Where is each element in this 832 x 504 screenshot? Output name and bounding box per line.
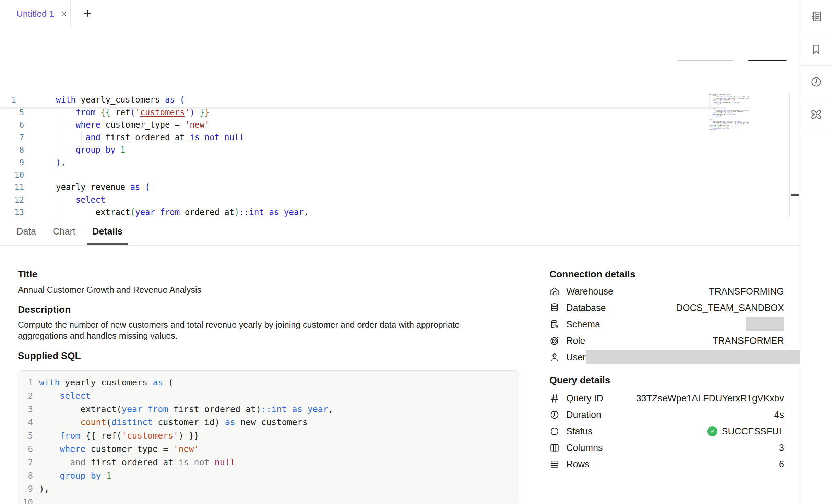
connection-details-heading: Connection details <box>549 269 635 280</box>
line-number: 8 <box>18 469 33 483</box>
detail-row-query-id: Query ID33TZseWpe1ALFDUYerxR1gVKxbv <box>549 392 784 405</box>
detail-value: SUCCESSFUL <box>707 426 784 437</box>
detail-row-duration: Duration4s <box>549 408 784 422</box>
code-text: select <box>56 194 106 206</box>
line-number: 9 <box>18 482 33 496</box>
supplied-sql-heading: Supplied SQL <box>18 350 81 361</box>
detail-row-rows: Rows6 <box>549 457 784 471</box>
new-tab-button[interactable] <box>81 7 95 21</box>
detail-label: Schema <box>566 319 600 330</box>
line-number: 13 <box>0 206 24 218</box>
detail-row-status: StatusSUCCESSFUL <box>549 424 784 438</box>
code-line: 13 extract(year from ordered_at)::int as… <box>0 206 789 218</box>
line-number: 12 <box>0 194 24 206</box>
detail-row-user: User <box>549 350 784 364</box>
code-text: from {{ ref('customers') }} <box>39 429 199 443</box>
sidebar-button-history[interactable] <box>800 65 832 98</box>
query-details-heading: Query details <box>549 375 610 386</box>
line-number: 7 <box>18 456 33 469</box>
line-number: 6 <box>0 119 24 131</box>
code-text: select <box>39 389 91 403</box>
code-line: 8 group by 1 <box>0 144 789 156</box>
code-line: 6 where customer_type = 'new' <box>0 119 789 131</box>
code-text: yearly_revenue as ( <box>56 181 150 193</box>
sticky-code-line: 1with yearly_customers as ( <box>0 94 709 107</box>
details-right-column: Connection details WarehouseTRANSFORMING… <box>549 246 784 504</box>
file-tab-untitled-1[interactable]: Untitled 1 <box>0 0 71 28</box>
user-icon <box>549 352 560 362</box>
code-line: 9), <box>0 156 789 169</box>
line-number: 1 <box>0 94 16 106</box>
query-title: Annual Customer Growth and Revenue Analy… <box>18 284 201 295</box>
spinner-icon <box>549 426 560 436</box>
code-line: 10 <box>0 169 789 181</box>
detail-value: 4s <box>774 410 784 420</box>
code-line: 6 where customer_type = 'new' <box>18 443 519 456</box>
detail-value: TRANSFORMING <box>709 286 784 297</box>
rows-icon <box>549 459 560 469</box>
clock-icon <box>549 410 560 420</box>
detail-value: DOCS_TEAM_SANDBOX <box>676 303 784 313</box>
results-tab-bar: DataChartDetails <box>0 218 800 246</box>
code-text: ), <box>56 156 66 169</box>
line-number: 10 <box>18 496 33 504</box>
sidebar-button-bookmark[interactable] <box>800 33 832 66</box>
code-text: with yearly_customers as ( <box>56 94 185 106</box>
code-text: and first_ordered_at is not null <box>39 456 235 469</box>
detail-label: Query ID <box>566 393 603 404</box>
tab-details[interactable]: Details <box>87 218 128 245</box>
role-icon <box>549 336 560 346</box>
code-line: 3 extract(year from first_ordered_at)::i… <box>18 403 519 416</box>
detail-label: Database <box>566 303 606 313</box>
right-sidebar <box>800 0 832 504</box>
editor-scrollbar-thumb[interactable] <box>791 194 799 196</box>
code-line: 7 and first_ordered_at is not null <box>18 456 519 469</box>
code-line: 1with yearly_customers as ( <box>18 376 519 389</box>
code-text: and first_ordered_at is not null <box>56 131 244 144</box>
detail-row-warehouse: WarehouseTRANSFORMING <box>549 285 784 298</box>
file-tab-title: Untitled 1 <box>16 9 54 19</box>
notebook-icon <box>810 10 822 23</box>
detail-label: Columns <box>566 443 603 453</box>
line-number: 7 <box>0 131 24 144</box>
close-icon[interactable] <box>60 10 68 18</box>
editor-tab-bar: Untitled 1 <box>0 0 800 28</box>
plus-icon <box>83 8 93 20</box>
sidebar-button-notebook[interactable] <box>800 0 832 33</box>
tab-data[interactable]: Data <box>11 218 41 245</box>
code-text: where customer_type = 'new' <box>56 119 210 131</box>
bookmark-icon <box>810 43 822 56</box>
code-text: group by 1 <box>39 469 111 483</box>
code-text: count(distinct customer_id) as new_custo… <box>39 416 308 429</box>
editor-minimap[interactable]: with yearly_customers as ( select extrac… <box>709 94 749 130</box>
code-text: extract(year from first_ordered_at)::int… <box>39 403 333 416</box>
query-status-row: Query completed in 4s Environment: PROD <box>0 61 800 94</box>
code-text: from {{ ref('customers') }} <box>56 106 210 119</box>
line-number: 9 <box>0 156 24 169</box>
line-number: 10 <box>0 169 24 181</box>
redacted-value <box>746 317 784 331</box>
warehouse-icon <box>549 286 560 297</box>
detail-label: Duration <box>566 410 601 420</box>
code-line: 5 from {{ ref('customers') }} <box>18 429 519 443</box>
tab-chart[interactable]: Chart <box>48 218 81 245</box>
sql-code-editor[interactable]: 5 from {{ ref('customers') }}6 where cus… <box>0 94 800 218</box>
code-line: 2 select <box>18 389 519 403</box>
detail-label: Rows <box>566 459 590 470</box>
editor-scrollbar-track[interactable] <box>789 94 800 218</box>
line-number: 11 <box>0 181 24 193</box>
code-line: 8 group by 1 <box>18 469 519 483</box>
dbt-logo <box>810 108 822 121</box>
line-number: 4 <box>18 416 33 429</box>
history-icon <box>810 76 822 88</box>
detail-row-columns: Columns3 <box>549 441 784 455</box>
line-number: 2 <box>18 389 33 403</box>
detail-value: 3 <box>779 443 784 453</box>
database-icon <box>549 303 560 313</box>
detail-value <box>746 317 784 331</box>
sidebar-button-dbt-logo[interactable] <box>800 98 832 131</box>
detail-label: Warehouse <box>566 286 613 297</box>
detail-row-database: DatabaseDOCS_TEAM_SANDBOX <box>549 301 784 315</box>
hash-icon <box>549 393 560 404</box>
detail-value: TRANSFORMER <box>713 336 784 346</box>
